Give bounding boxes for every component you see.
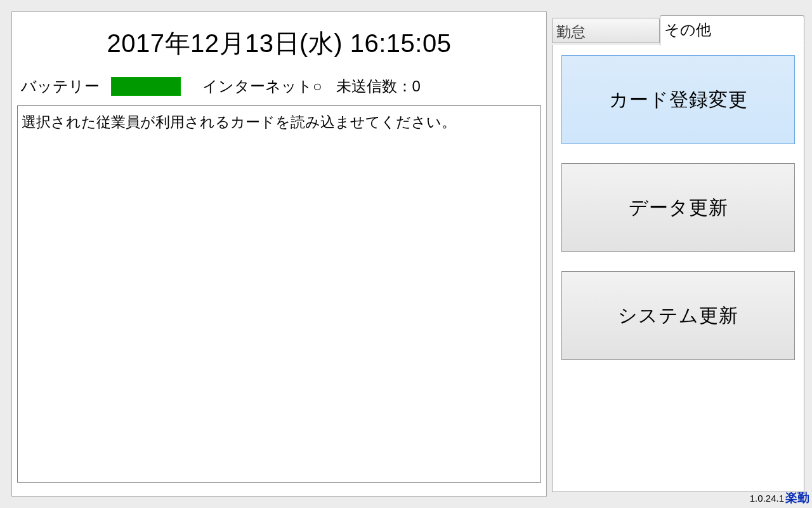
tab-other-label: その他 <box>664 21 711 38</box>
tab-attendance[interactable]: 勤怠 <box>552 18 660 43</box>
datetime-display: 2017年12月13日(水) 16:15:05 <box>12 26 546 61</box>
battery-label: バッテリー <box>21 76 100 97</box>
side-panel: 勤怠 その他 カード登録変更 データ更新 システム更新 <box>552 15 804 490</box>
internet-status: インターネット○ <box>202 76 322 97</box>
data-update-label: データ更新 <box>629 195 728 221</box>
message-text: 選択された従業員が利用されるカードを読み込ませてください。 <box>22 114 456 130</box>
main-panel: 2017年12月13日(水) 16:15:05 バッテリー インターネット○ 未… <box>11 11 547 497</box>
tab-other[interactable]: その他 <box>660 15 804 46</box>
card-register-label: カード登録変更 <box>609 87 748 113</box>
tab-attendance-label: 勤怠 <box>556 23 586 40</box>
version-label: 1.0.24.1 <box>750 493 784 504</box>
tab-bar: 勤怠 その他 <box>552 15 804 46</box>
card-register-button[interactable]: カード登録変更 <box>561 55 795 144</box>
system-update-button[interactable]: システム更新 <box>561 271 795 360</box>
unsent-count: 未送信数：0 <box>336 76 421 97</box>
status-row: バッテリー インターネット○ 未送信数：0 <box>12 76 546 105</box>
message-box: 選択された従業員が利用されるカードを読み込ませてください。 <box>17 105 541 483</box>
data-update-button[interactable]: データ更新 <box>561 163 795 252</box>
battery-icon <box>111 77 181 96</box>
tab-body-other: カード登録変更 データ更新 システム更新 <box>552 45 804 492</box>
system-update-label: システム更新 <box>618 303 738 329</box>
